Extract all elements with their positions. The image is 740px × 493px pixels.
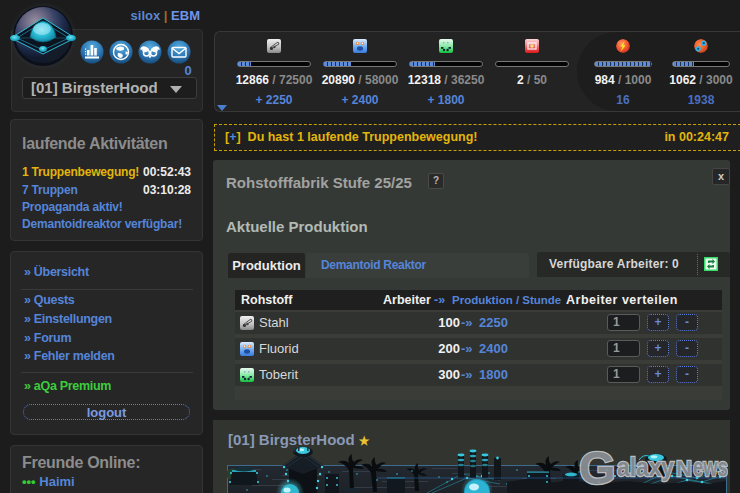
svg-text:ews: ews	[693, 452, 728, 482]
svg-text:N: N	[676, 456, 692, 481]
svg-text:G: G	[579, 446, 616, 493]
svg-text:alaxy: alaxy	[617, 452, 674, 482]
